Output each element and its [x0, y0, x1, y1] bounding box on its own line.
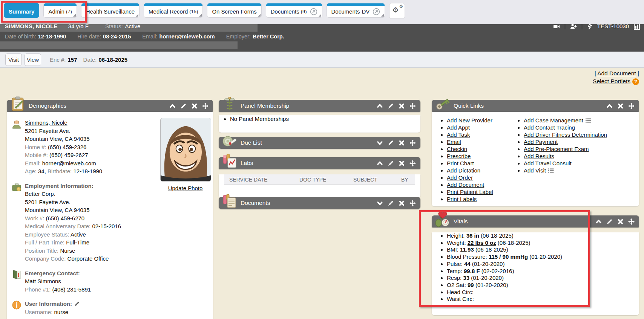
- vitals-list: Height: 36 in (06-18-2025) Weight: 22 lb…: [432, 232, 639, 303]
- date-label: Date:: [83, 56, 97, 63]
- external-link-icon[interactable]: [373, 8, 380, 15]
- tab-documents[interactable]: Documents(9): [266, 3, 322, 18]
- quick-link[interactable]: Add Travel Consult: [524, 160, 607, 167]
- quick-link[interactable]: Add Payment: [524, 138, 607, 145]
- move-portlet-icon[interactable]: [202, 103, 209, 109]
- tab-summary[interactable]: Summary: [4, 3, 39, 18]
- quick-link[interactable]: Checkin: [447, 145, 515, 153]
- column-header: DOC TYPE: [299, 177, 353, 183]
- portlet-title: Demographics: [29, 102, 66, 109]
- person-icon: [12, 119, 21, 129]
- emergency-name: Matt Simmons: [25, 277, 213, 285]
- enc-value: 157: [68, 56, 77, 63]
- quick-link[interactable]: Add Contact Tracing: [524, 124, 607, 131]
- edit-portlet-icon[interactable]: [388, 103, 394, 109]
- quick-link[interactable]: Print Chart: [447, 160, 515, 167]
- close-portlet-icon[interactable]: [399, 160, 405, 166]
- quick-link[interactable]: Add Visit: [524, 167, 607, 174]
- vitals-bp-heart-icon: [435, 212, 451, 227]
- close-portlet-icon[interactable]: [399, 200, 405, 206]
- quick-link[interactable]: Add Task: [447, 131, 515, 138]
- employee-status: Employee Status: Active: [25, 230, 213, 239]
- edit-portlet-icon[interactable]: [606, 218, 613, 225]
- edit-portlet-icon[interactable]: [180, 103, 187, 109]
- quick-link[interactable]: Add Dictation: [447, 167, 515, 174]
- quick-link[interactable]: Add Document: [447, 181, 515, 188]
- clipboard-icon: [10, 96, 26, 112]
- emergency-heading: Emergency Contact:: [25, 269, 213, 278]
- expand-portlet-icon[interactable]: [377, 200, 383, 206]
- column-header: SERVICE DATE: [229, 177, 299, 183]
- quick-link[interactable]: Print Patient Label: [447, 188, 515, 195]
- edit-user-info-icon[interactable]: [74, 301, 80, 307]
- portlet-header: Quick Links: [432, 100, 639, 112]
- collapse-portlet-icon[interactable]: [377, 160, 383, 166]
- close-portlet-icon[interactable]: [399, 103, 405, 109]
- edit-portlet-icon[interactable]: [388, 160, 394, 166]
- close-portlet-icon[interactable]: [617, 218, 624, 225]
- portlet-demographics: Demographics Simmons, Nicole 5201 Fayett…: [7, 100, 213, 319]
- list-grid-icon[interactable]: [586, 118, 591, 123]
- tab-on-screen-forms[interactable]: On Screen Forms: [207, 3, 261, 18]
- collapse-portlet-icon[interactable]: [377, 103, 383, 109]
- close-portlet-icon[interactable]: [399, 140, 405, 146]
- list-grid-icon[interactable]: [548, 168, 554, 173]
- work-phone: Work #: (650) 459-6270: [25, 214, 213, 223]
- quick-link[interactable]: Add Order: [447, 174, 515, 181]
- quick-link[interactable]: Print Labels: [447, 195, 515, 203]
- close-portlet-icon[interactable]: [191, 103, 198, 109]
- portlet-labs: Labs SERVICE DATE DOC TYPE SUBJECT BY: [219, 157, 420, 198]
- column-header: BY: [401, 177, 415, 183]
- lab-tubes-icon: [222, 153, 238, 169]
- quick-link[interactable]: Email: [447, 138, 515, 145]
- quick-link[interactable]: Add Driver Fitness Determination: [524, 131, 607, 138]
- quick-link[interactable]: Add Pre-Placement Exam: [524, 145, 607, 153]
- select-portlets-link[interactable]: Select Portlets: [593, 78, 630, 84]
- vital-pulse: Pulse: 44 (01-20-2020): [447, 261, 639, 268]
- portlet-header: Due List: [219, 137, 420, 149]
- quick-link[interactable]: Add New Provider: [447, 117, 515, 124]
- briefcase-icon: [12, 182, 21, 192]
- view-button[interactable]: View: [25, 53, 41, 66]
- gear-small-icon: ⚙: [399, 4, 403, 9]
- tab-medical-record[interactable]: Medical Record(15): [144, 3, 203, 18]
- move-portlet-icon[interactable]: [628, 103, 635, 109]
- move-portlet-icon[interactable]: [409, 140, 416, 146]
- close-portlet-icon[interactable]: [617, 103, 624, 109]
- help-icon[interactable]: ?: [632, 78, 639, 85]
- collapse-portlet-icon[interactable]: [169, 103, 176, 109]
- weight-link[interactable]: 22 lbs 0 oz: [468, 240, 496, 246]
- edit-portlet-icon[interactable]: [388, 140, 394, 146]
- portlet-vitals: Vitals Height: 36 in (06-18-2025) Weight…: [432, 215, 639, 315]
- portlet-documents: Documents: [219, 197, 420, 209]
- tab-admin[interactable]: Admin(7): [43, 3, 77, 18]
- visit-button[interactable]: Visit: [5, 53, 22, 66]
- portlet-title: Labs: [241, 160, 253, 166]
- no-panel-memberships-text: No Panel Memberships: [230, 115, 420, 122]
- move-portlet-icon[interactable]: [409, 160, 416, 166]
- tab-bar: Summary Admin(7) Health Surveillance Med…: [0, 0, 644, 24]
- add-document-link[interactable]: Add Document: [597, 70, 636, 76]
- edit-portlet-icon[interactable]: [388, 200, 394, 206]
- move-portlet-icon[interactable]: [409, 200, 416, 206]
- quick-link[interactable]: Add Results: [524, 153, 607, 160]
- move-portlet-icon[interactable]: [409, 103, 416, 109]
- external-link-icon[interactable]: [310, 8, 317, 15]
- patient-photo-illustration: [161, 118, 211, 181]
- move-portlet-icon[interactable]: [628, 218, 635, 225]
- quick-link[interactable]: Add Case Management: [524, 117, 607, 124]
- quick-link[interactable]: Add Appt: [447, 124, 515, 131]
- quick-link[interactable]: Prescribe: [447, 153, 515, 160]
- patient-photo[interactable]: [160, 118, 211, 182]
- patient-name-link[interactable]: Simmons, Nicole: [25, 119, 67, 126]
- collapse-portlet-icon[interactable]: [606, 103, 613, 109]
- portlet-title: Due List: [241, 139, 262, 146]
- update-photo-link[interactable]: Update Photo: [160, 185, 210, 191]
- portlet-quick-links: Quick Links Add New Provider Add Appt Ad…: [432, 100, 639, 206]
- collapse-portlet-icon[interactable]: [595, 218, 602, 225]
- expand-portlet-icon[interactable]: [377, 140, 383, 146]
- labs-table-header: SERVICE DATE DOC TYPE SUBJECT BY: [224, 174, 415, 185]
- tab-health-surveillance[interactable]: Health Surveillance: [81, 3, 140, 18]
- tab-documents-dv[interactable]: Documents-DV: [327, 3, 385, 18]
- tab-settings-gear-button[interactable]: ⚙⚙: [389, 3, 405, 19]
